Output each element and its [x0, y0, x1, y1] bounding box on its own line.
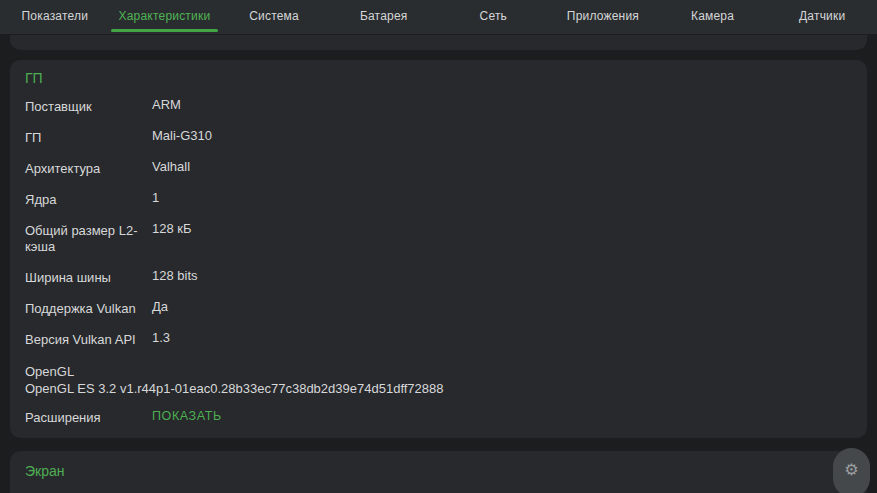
tab-datchiki[interactable]: Датчики — [767, 0, 877, 34]
screen-card: Экран — [10, 451, 867, 493]
spec-label: Поддержка Vulkan — [25, 301, 152, 317]
gear-icon: ⚙ — [844, 462, 858, 478]
tab-prilozheniya[interactable]: Приложения — [548, 0, 658, 34]
gpu-card: ГП Поставщик ARM ГП Mali-G310 Архитектур… — [10, 60, 867, 438]
spec-value: 128 bits — [152, 268, 852, 284]
screen-card-title: Экран — [25, 463, 852, 479]
settings-button[interactable]: ⚙ — [833, 448, 870, 493]
spec-row-l2-cache: Общий размер L2-кэша 128 кБ — [25, 223, 852, 255]
spec-value: Да — [152, 299, 852, 315]
spec-value: ARM — [152, 97, 852, 113]
tab-label: Показатели — [22, 9, 89, 23]
spec-value: Mali-G310 — [152, 128, 852, 144]
spec-row-extensions: Расширения ПОКАЗАТЬ — [25, 410, 852, 426]
spec-row-bus-width: Ширина шины 128 bits — [25, 270, 852, 286]
show-extensions-button[interactable]: ПОКАЗАТЬ — [152, 408, 852, 424]
spec-label: Версия Vulkan API — [25, 332, 152, 348]
previous-card-bottom-edge — [10, 35, 867, 50]
spec-row-vulkan-api-version: Версия Vulkan API 1.3 — [25, 332, 852, 348]
tab-bar: Показатели Характеристики Система Батаре… — [0, 0, 877, 34]
spec-row-architecture: Архитектура Valhall — [25, 161, 852, 177]
spec-label: OpenGL — [25, 363, 852, 380]
spec-row-opengl: OpenGL OpenGL ES 3.2 v1.r44p1-01eac0.28b… — [25, 363, 852, 397]
spec-label: ГП — [25, 130, 152, 146]
tab-label: Характеристики — [119, 9, 211, 23]
spec-row-vulkan-support: Поддержка Vulkan Да — [25, 301, 852, 317]
spec-row-vendor: Поставщик ARM — [25, 99, 852, 115]
tab-pokazateli[interactable]: Показатели — [0, 0, 110, 34]
spec-label: Общий размер L2-кэша — [25, 223, 152, 255]
spec-label: Ширина шины — [25, 270, 152, 286]
active-tab-indicator — [111, 29, 219, 32]
tab-label: Сеть — [480, 9, 508, 23]
spec-row-cores: Ядра 1 — [25, 192, 852, 208]
tab-label: Датчики — [799, 9, 845, 23]
spec-value: 1.3 — [152, 330, 852, 346]
spec-label: Расширения — [25, 410, 152, 426]
spec-row-gpu: ГП Mali-G310 — [25, 130, 852, 146]
tab-kamera[interactable]: Камера — [658, 0, 768, 34]
tab-label: Система — [249, 9, 299, 23]
spec-label: Архитектура — [25, 161, 152, 177]
tab-label: Приложения — [567, 9, 639, 23]
tab-label: Камера — [691, 9, 734, 23]
tab-kharakteristiki[interactable]: Характеристики — [110, 0, 220, 34]
spec-value: OpenGL ES 3.2 v1.r44p1-01eac0.28b33ec77c… — [25, 380, 852, 397]
tab-label: Батарея — [360, 9, 408, 23]
spec-value: 128 кБ — [152, 221, 852, 237]
spec-value: Valhall — [152, 159, 852, 175]
tab-set[interactable]: Сеть — [439, 0, 549, 34]
gpu-card-title: ГП — [25, 70, 852, 86]
spec-value: 1 — [152, 190, 852, 206]
tab-sistema[interactable]: Система — [219, 0, 329, 34]
tab-batareya[interactable]: Батарея — [329, 0, 439, 34]
spec-label: Поставщик — [25, 99, 152, 115]
spec-label: Ядра — [25, 192, 152, 208]
